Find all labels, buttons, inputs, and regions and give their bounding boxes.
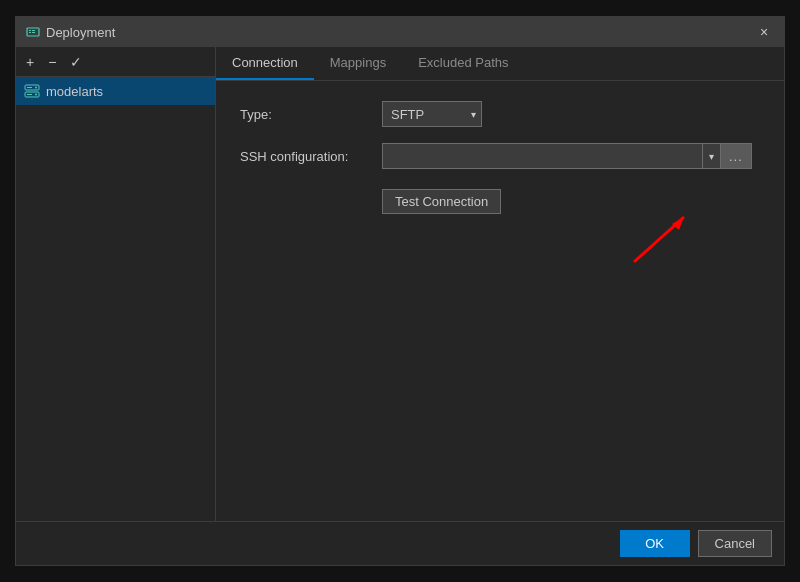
tabs: Connection Mappings Excluded Paths bbox=[216, 47, 784, 81]
ssh-input-group: ▾ ... bbox=[382, 143, 752, 169]
connection-tab-content: Type: SFTP FTP Local ▾ SSH configura bbox=[216, 81, 784, 521]
sidebar-item-label: modelarts bbox=[46, 84, 103, 99]
ssh-ellipsis-button[interactable]: ... bbox=[720, 143, 752, 169]
svg-rect-10 bbox=[27, 94, 32, 95]
type-select-wrapper: SFTP FTP Local ▾ bbox=[382, 101, 482, 127]
sidebar-items: modelarts bbox=[16, 77, 215, 521]
svg-rect-4 bbox=[32, 32, 35, 33]
type-label: Type: bbox=[240, 107, 370, 122]
main-content: Connection Mappings Excluded Paths Type:… bbox=[216, 47, 784, 521]
add-button[interactable]: + bbox=[22, 52, 38, 72]
title-bar-left: Deployment bbox=[26, 25, 115, 40]
dialog-body: + − ✓ modelarts bbox=[16, 47, 784, 521]
ok-button[interactable]: OK bbox=[620, 530, 690, 557]
svg-rect-2 bbox=[29, 32, 31, 33]
ssh-config-input[interactable] bbox=[382, 143, 702, 169]
sidebar-item-modelarts[interactable]: modelarts bbox=[16, 77, 215, 105]
dialog-title: Deployment bbox=[46, 25, 115, 40]
confirm-button[interactable]: ✓ bbox=[66, 52, 86, 72]
ssh-dropdown-arrow-icon: ▾ bbox=[709, 151, 714, 162]
svg-rect-3 bbox=[32, 30, 35, 31]
ssh-dropdown-button[interactable]: ▾ bbox=[702, 143, 720, 169]
title-bar: Deployment × bbox=[16, 17, 784, 47]
type-select[interactable]: SFTP FTP Local bbox=[382, 101, 482, 127]
svg-rect-1 bbox=[29, 30, 31, 31]
test-connection-row: Test Connection bbox=[240, 185, 760, 214]
type-row: Type: SFTP FTP Local ▾ bbox=[240, 101, 760, 127]
close-button[interactable]: × bbox=[754, 22, 774, 42]
tab-excluded-paths[interactable]: Excluded Paths bbox=[402, 47, 524, 80]
test-connection-button[interactable]: Test Connection bbox=[382, 189, 501, 214]
svg-point-8 bbox=[35, 94, 37, 96]
deployment-icon bbox=[26, 25, 40, 39]
ssh-row: SSH configuration: ▾ ... bbox=[240, 143, 760, 169]
tab-mappings[interactable]: Mappings bbox=[314, 47, 402, 80]
svg-rect-9 bbox=[27, 87, 32, 88]
remove-button[interactable]: − bbox=[44, 52, 60, 72]
sidebar-toolbar: + − ✓ bbox=[16, 47, 215, 77]
server-icon bbox=[24, 83, 40, 99]
deployment-dialog: Deployment × + − ✓ bbox=[15, 16, 785, 566]
cancel-button[interactable]: Cancel bbox=[698, 530, 772, 557]
sidebar: + − ✓ modelarts bbox=[16, 47, 216, 521]
dialog-footer: OK Cancel bbox=[16, 521, 784, 565]
ssh-label: SSH configuration: bbox=[240, 149, 370, 164]
tab-connection[interactable]: Connection bbox=[216, 47, 314, 80]
svg-point-7 bbox=[35, 87, 37, 89]
